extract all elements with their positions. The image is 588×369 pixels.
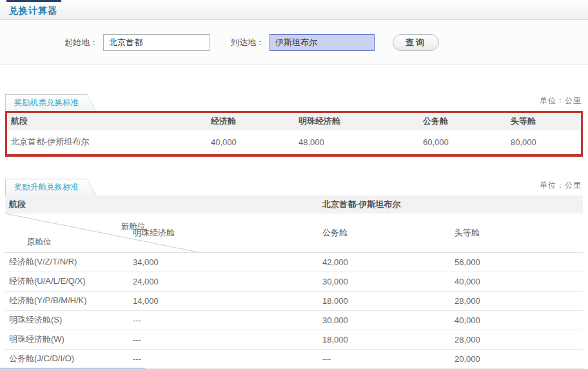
award-ticket-table: 航段 经济舱 明珠经济舱 公务舱 头等舱 北京首都-伊斯坦布尔 40,000 4… (7, 113, 581, 154)
first-miles: 56,000 (451, 252, 583, 272)
exchange-calculator-page: 兑换计算器 起始地： 到达地： 查询 奖励机票兑换标准 单位：公里 航段 经济舱… (0, 0, 588, 369)
tab-award-ticket[interactable]: 奖励机票兑换标准 (5, 94, 96, 111)
unit-label-upgrade: 单位：公里 (540, 180, 582, 191)
premium-economy-miles: 14,000 (129, 291, 318, 310)
destination-label: 到达地： (231, 37, 264, 48)
first-miles: 20,000 (451, 349, 583, 368)
business-miles: 18,000 (318, 330, 451, 349)
destination-input[interactable] (270, 34, 375, 51)
premium-economy-miles: 48,000 (295, 130, 419, 154)
upgrade-row: 经济舱(U/A/L/E/Q/X) 24,000 30,000 40,000 (5, 272, 583, 291)
original-cabin: 经济舱(V/Z/T/N/R) (5, 252, 129, 272)
first-miles: 28,000 (451, 330, 583, 349)
premium-economy-miles: --- (129, 330, 318, 349)
tab-award-upgrade-label: 奖励升舱兑换标准 (14, 182, 79, 193)
award-upgrade-tab-row: 奖励升舱兑换标准 单位：公里 (5, 179, 583, 195)
award-ticket-highlight-box: 航段 经济舱 明珠经济舱 公务舱 头等舱 北京首都-伊斯坦布尔 40,000 4… (5, 111, 583, 157)
upgrade-segment-label: 航段 (5, 195, 129, 214)
page-title: 兑换计算器 (9, 5, 57, 17)
original-cabin: 经济舱(U/A/L/E/Q/X) (5, 272, 129, 291)
premium-economy-miles: --- (129, 349, 318, 368)
col-segment: 航段 (7, 113, 207, 130)
original-cabin: 公务舱(J/C/D/I/O) (5, 349, 129, 368)
col-first: 头等舱 (507, 113, 581, 130)
upgrade-segment-value: 北京首都-伊斯坦布尔 (318, 195, 583, 214)
business-miles: 42,000 (318, 252, 451, 272)
col-business: 公务舱 (419, 113, 507, 130)
award-ticket-section: 奖励机票兑换标准 单位：公里 航段 经济舱 明珠经济舱 公务舱 头等舱 北京首都… (5, 94, 583, 157)
tab-award-upgrade[interactable]: 奖励升舱兑换标准 (5, 179, 96, 195)
search-form: 起始地： 到达地： 查询 (0, 20, 588, 65)
original-cabin: 明珠经济舱(S) (5, 310, 129, 330)
upgrade-row: 明珠经济舱(W) --- 18,000 28,000 (5, 330, 583, 349)
first-miles: 40,000 (451, 272, 583, 291)
business-miles: --- (318, 349, 451, 368)
col-first: 头等舱 (451, 214, 583, 252)
first-miles: 28,000 (451, 291, 583, 310)
new-cabin-label: 新舱位 (121, 221, 146, 232)
premium-economy-miles: --- (129, 310, 318, 330)
award-upgrade-section: 奖励升舱兑换标准 单位：公里 航段 北京首都-伊斯坦布尔 新舱位 原舱位 明珠经… (5, 179, 583, 369)
business-miles: 30,000 (318, 310, 451, 330)
upgrade-row: 经济舱(V/Z/T/N/R) 34,000 42,000 56,000 (5, 252, 583, 272)
business-miles: 18,000 (318, 291, 451, 310)
unit-label-ticket: 单位：公里 (540, 95, 582, 106)
tab-award-ticket-label: 奖励机票兑换标准 (14, 97, 79, 108)
first-miles: 80,000 (507, 130, 581, 154)
top-accent-bar (6, 0, 61, 2)
upgrade-row: 明珠经济舱(S) --- 30,000 40,000 (5, 310, 583, 330)
segment-cell: 北京首都-伊斯坦布尔 (7, 130, 207, 154)
upgrade-row: 经济舱(Y/P/B/M/H/K) 14,000 18,000 28,000 (5, 291, 583, 310)
award-upgrade-table: 航段 北京首都-伊斯坦布尔 新舱位 原舱位 明珠经济舱 公务舱 头等舱 经济舱(… (5, 195, 583, 369)
col-economy: 经济舱 (207, 113, 295, 130)
upgrade-segment-row: 航段 北京首都-伊斯坦布尔 (5, 195, 583, 214)
upgrade-row: 公务舱(J/C/D/I/O) --- --- 20,000 (5, 349, 583, 368)
original-cabin-label: 原舱位 (27, 237, 52, 248)
origin-input[interactable] (103, 34, 210, 51)
original-cabin: 明珠经济舱(W) (5, 330, 129, 349)
premium-economy-miles: 34,000 (129, 252, 318, 272)
award-ticket-data-row: 北京首都-伊斯坦布尔 40,000 48,000 60,000 80,000 (7, 130, 581, 154)
business-miles: 60,000 (419, 130, 507, 154)
original-cabin: 经济舱(Y/P/B/M/H/K) (5, 291, 129, 310)
search-button[interactable]: 查询 (393, 34, 439, 51)
col-business: 公务舱 (318, 214, 451, 252)
col-premium-economy: 明珠经济舱 (129, 214, 318, 252)
col-premium-economy: 明珠经济舱 (295, 113, 419, 130)
origin-label: 起始地： (64, 37, 98, 48)
diagonal-header-cell: 新舱位 原舱位 (5, 214, 129, 252)
first-miles: 40,000 (451, 310, 583, 330)
empty-cell (129, 195, 318, 214)
business-miles: 30,000 (318, 272, 451, 291)
economy-miles: 40,000 (207, 130, 295, 154)
premium-economy-miles: 24,000 (129, 272, 318, 291)
upgrade-cabin-header-row: 新舱位 原舱位 明珠经济舱 公务舱 头等舱 (5, 214, 583, 252)
award-ticket-tab-row: 奖励机票兑换标准 单位：公里 (5, 94, 583, 111)
title-bar: 兑换计算器 (0, 0, 588, 20)
award-ticket-header-row: 航段 经济舱 明珠经济舱 公务舱 头等舱 (7, 113, 581, 130)
